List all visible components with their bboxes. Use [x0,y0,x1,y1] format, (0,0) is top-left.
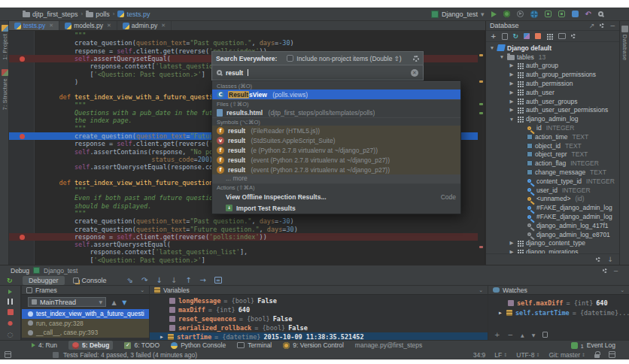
code-line[interactable]: create_question(question_text="Past ques… [35,217,477,225]
database-tree-row[interactable]: ▶auth_group_permissions [486,70,619,79]
watch-row[interactable]: self.maxDiff = {int} 640 [488,299,629,308]
tree-arrow-icon[interactable]: ▶ [509,89,515,96]
tree-arrow-icon[interactable]: ▼ [499,54,505,59]
step-into-icon[interactable] [156,276,162,284]
database-tree-row[interactable]: change_messageTEXT [486,168,619,177]
search-result-item[interactable]: vresult (StdSuites.AppleScript_Suite) [212,135,460,145]
database-tree-row[interactable]: content_type_idINTEGER [486,177,619,186]
evaluate-expression-icon[interactable]: = [214,277,222,284]
code-line[interactable]: ['<Question: Past question.>'] [35,256,477,264]
editor-gutter[interactable] [9,31,35,265]
sidebar-item-database[interactable]: Database [621,26,628,61]
toolwindow-button-9-version-control[interactable]: 9: Version Control [283,341,344,349]
editor-tab[interactable]: models.py✕ [59,21,117,30]
refresh-icon[interactable] [513,32,519,40]
move-watch-up-button[interactable] [521,332,524,338]
tree-arrow-icon[interactable]: ▼ [489,45,495,50]
toolwindow-button-terminal[interactable]: Terminal [237,341,272,349]
search-result-item[interactable]: fresult (event (Python 2.7.8 virtualenv … [212,165,460,174]
run-button[interactable] [491,11,497,17]
database-tree-row[interactable]: idINTEGER [486,123,619,132]
step-into-my-code-icon[interactable] [171,276,177,284]
profile-button[interactable] [517,11,524,17]
tree-arrow-icon[interactable]: ▶ [509,80,515,86]
code-line[interactable]: self.assertQuerysetEqual( [35,241,477,248]
gear-icon[interactable] [600,23,604,28]
collapse-icon[interactable] [140,287,144,293]
add-watch-button[interactable] [494,331,500,338]
float-mode-icon[interactable] [589,22,595,29]
database-tree-row[interactable]: ▶auth_user_groups [486,97,619,106]
toolwindow-button-5-debug[interactable]: 5: Debug [68,341,113,350]
variable-row[interactable]: maxDiff = {int} 640 [150,305,488,314]
breadcrumb-item[interactable]: djtp_first_steps [23,11,78,18]
search-result-item[interactable]: fresult (event (Python 2.7.8 virtualenv … [212,155,460,165]
scroll-to-icon[interactable] [571,34,576,38]
include-non-project-checkbox[interactable]: Include non-project items (Double ⇧) [287,55,401,62]
tree-arrow-icon[interactable]: ▼ [509,117,515,122]
tree-arrow-icon[interactable]: ▶ [509,107,515,113]
database-tree-row[interactable]: ▼tables13 [486,53,619,62]
tree-arrow-icon[interactable]: ▶ [497,310,503,316]
sidebar-item-structure[interactable]: 7: Structure [0,69,9,110]
pause-button[interactable] [8,299,13,305]
toolwindow-button-4-run[interactable]: 4: Run [32,341,57,349]
breakpoint-icon[interactable] [20,235,25,240]
search-result-item[interactable]: results.html (djtp_first_steps/polls/tem… [212,108,460,117]
database-tree-row[interactable]: ▶auth_permission [486,79,619,88]
move-watch-down-button[interactable] [532,332,536,338]
status-widget[interactable]: 34:9 [473,351,486,359]
database-tree-row[interactable]: django_admin_log_417f1 [486,221,619,230]
attach-session-icon[interactable] [524,33,530,39]
screen-reader-icon[interactable] [609,351,615,358]
gear-icon[interactable] [596,257,600,262]
variable-row[interactable]: reset_sequences = {bool} False [150,314,488,323]
search-input[interactable]: result ✕ [211,65,424,80]
debug-tab-debugger[interactable]: Debugger [23,276,65,285]
toolwindow-switcher-icon[interactable] [5,351,11,358]
event-log-button[interactable]: 1 Event Log [571,341,615,349]
search-result-item[interactable]: View Offline Inspection Results...Code [212,191,460,202]
close-icon[interactable]: ✕ [107,23,111,29]
table-view-icon[interactable] [546,33,553,40]
database-tree-row[interactable]: ▶auth_group [486,62,619,71]
code-line[interactable]: response = self.client.get(reverse('poll… [35,233,477,241]
remove-watch-button[interactable] [508,331,514,338]
breadcrumb-item[interactable]: tests.py [117,11,150,18]
mute-breakpoints-icon[interactable] [8,331,14,338]
gear-icon[interactable] [603,268,607,273]
search-icon[interactable] [598,11,603,17]
collapse-icon[interactable] [620,287,624,293]
search-result-item[interactable]: fresult (e (Python 2.7.8 virtualenv at ~… [212,145,460,155]
frame-up-icon[interactable] [112,299,117,306]
close-icon[interactable]: ✕ [161,23,166,29]
show-execution-point-icon[interactable] [127,276,133,284]
code-line[interactable]: create_question(question_text="Past ques… [35,39,477,47]
database-tree-row[interactable]: ▼django_admin_log [486,114,619,123]
rerun-button[interactable] [7,277,13,284]
frame-down-icon[interactable] [122,299,126,306]
frame-row[interactable]: run, case.py:328 [22,319,149,329]
run-to-cursor-icon[interactable] [200,276,206,284]
breadcrumb-item[interactable]: polls [86,11,110,18]
frame-row[interactable]: test_index_view_with_a_future_questi [22,309,149,319]
breakpoint-icon[interactable] [20,56,25,62]
console-icon[interactable] [558,33,566,39]
search-result-item[interactable]: CResultsView (polls.views) [212,89,460,99]
database-tree-row[interactable]: django_admin_log_e8701 [486,230,619,239]
database-tree-row[interactable]: ▶auth_user [486,88,619,97]
code-line[interactable]: create_question(question_text="Future qu… [35,226,477,233]
run-with-coverage-button[interactable] [503,11,510,17]
database-tree-row[interactable]: object_reprTEXT [486,150,619,159]
import-icon[interactable] [607,256,613,263]
tree-arrow-icon[interactable]: ▶ [509,71,515,77]
resume-button[interactable] [8,290,12,294]
update-resources-icon[interactable] [558,11,565,17]
hide-panel-icon[interactable] [609,22,615,29]
add-datasource-button[interactable] [491,32,497,40]
search-result-item[interactable]: ↓Import Test Results [212,202,460,214]
tree-arrow-icon[interactable]: ▶ [509,62,515,68]
step-over-icon[interactable] [141,276,147,284]
hide-panel-icon[interactable] [613,267,618,275]
close-icon[interactable]: ✕ [49,23,53,29]
